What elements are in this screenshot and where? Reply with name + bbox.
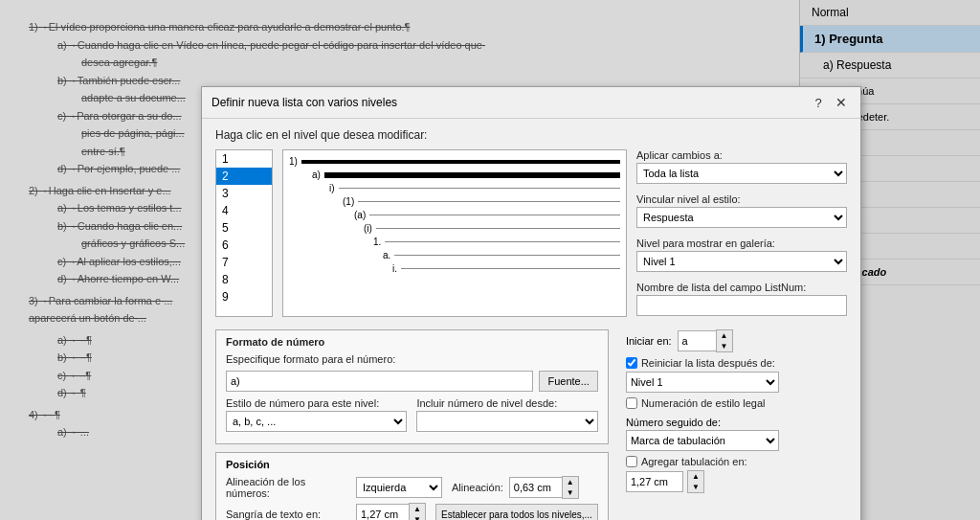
preview-line-4: (1): [343, 196, 620, 207]
preview-line-1: 1): [289, 156, 620, 167]
fuente-button[interactable]: Fuente...: [539, 371, 597, 392]
sangria-input[interactable]: [356, 504, 409, 520]
format-input-row: Fuente...: [226, 371, 598, 392]
reiniciar-checkbox[interactable]: [626, 357, 637, 369]
format-section-title: Formato de número: [226, 336, 598, 348]
alineacion-select[interactable]: Izquierda Centrado Derecha: [356, 477, 442, 498]
agregar-tab-checkbox[interactable]: [626, 456, 637, 467]
sangria-label: Sangría de texto en:: [226, 509, 350, 520]
reiniciar-checkbox-row: Reiniciar la lista después de:: [626, 357, 847, 369]
inner-right: Iniciar en: ▲ ▼ Reiniciar la lista despu…: [616, 329, 847, 520]
modal-close-button[interactable]: ✕: [832, 93, 851, 112]
sangria-spin-up[interactable]: ▲: [410, 504, 425, 514]
modal-titlebar: Definir nueva lista con varios niveles ?…: [202, 87, 860, 119]
modal-subtitle: Haga clic en el nivel que desea modifica…: [215, 128, 847, 142]
iniciar-label: Iniciar en:: [626, 335, 672, 347]
preview-line-5: (a): [354, 210, 620, 220]
establecer-button[interactable]: Establecer para todos los niveles,...: [435, 504, 598, 520]
include-from-select[interactable]: Nivel 1: [416, 411, 597, 432]
level-item-2[interactable]: 2: [216, 168, 272, 185]
agregar-tab-spin: ▲ ▼: [687, 470, 704, 493]
listnum-label: Nombre de lista del campo ListNum:: [636, 282, 847, 293]
agregar-tab-group: Agregar tabulación en: ▲ ▼: [626, 456, 847, 493]
alineacion-row: Alineación de los números: Izquierda Cen…: [226, 476, 598, 499]
listnum-input[interactable]: [636, 295, 847, 316]
link-level-group: Vincular nivel al estilo: Respuesta Sin …: [636, 193, 847, 228]
modal-dialog: Definir nueva lista con varios niveles ?…: [201, 86, 861, 520]
level-list[interactable]: 1 2 3 4 5 6 7 8 9: [215, 149, 273, 317]
agregar-tab-input-row: ▲ ▼: [626, 470, 847, 493]
alineacion-spin-up[interactable]: ▲: [563, 477, 578, 487]
preview-line-7: 1.: [373, 237, 620, 247]
reiniciar-group: Reiniciar la lista después de: Nivel 1 N…: [626, 357, 847, 393]
preview-line-6: (i): [364, 223, 620, 234]
inner-row: Formato de número Especifique formato pa…: [215, 329, 847, 520]
iniciar-spin-btns: ▲ ▼: [716, 329, 733, 352]
number-style-label: Estilo de número para este nivel:: [226, 397, 407, 409]
position-section: Posición Alineación de los números: Izqu…: [215, 452, 609, 520]
inner-left: Formato de número Especifique formato pa…: [215, 329, 609, 520]
iniciar-spin-group: ▲ ▼: [678, 329, 733, 352]
iniciar-spin-down[interactable]: ▼: [717, 341, 732, 351]
alineacion-spin-btns: ▲ ▼: [562, 476, 579, 499]
preview-line-8: a.: [383, 250, 620, 260]
numero-seguido-group: Número seguido de: Marca de tabulación E…: [626, 417, 847, 451]
reiniciar-select[interactable]: Nivel 1 Nivel 2: [626, 372, 779, 393]
agregar-tab-input[interactable]: [626, 471, 683, 492]
agregar-tab-spin-down[interactable]: ▼: [688, 482, 703, 492]
include-from-col: Incluir número de nivel desde: Nivel 1: [416, 397, 597, 432]
apply-changes-select[interactable]: Toda la lista Este punto en adelante: [636, 163, 847, 184]
preview-area: 1) a) i) (1): [282, 149, 627, 317]
include-from-label: Incluir número de nivel desde:: [416, 397, 597, 409]
sangria-row: Sangría de texto en: ▲ ▼ Establecer para…: [226, 503, 598, 520]
alineacion-numbers-label: Alineación de los números:: [226, 476, 350, 499]
preview-line-3: i): [329, 183, 620, 193]
apply-changes-label: Aplicar cambios a:: [636, 149, 847, 161]
iniciar-row: Iniciar en: ▲ ▼: [626, 329, 847, 352]
format-number-input[interactable]: [226, 371, 533, 392]
legal-checkbox[interactable]: [626, 397, 637, 409]
alineacion-input[interactable]: [509, 477, 562, 498]
number-style-select[interactable]: a, b, c, ... 1, 2, 3, ...: [226, 411, 407, 432]
agregar-tab-checkbox-row: Agregar tabulación en:: [626, 456, 847, 467]
level-item-5[interactable]: 5: [216, 219, 272, 237]
reiniciar-label: Reiniciar la lista después de:: [641, 357, 775, 369]
sangria-spin-down[interactable]: ▼: [410, 514, 425, 520]
apply-changes-group: Aplicar cambios a: Toda la lista Este pu…: [636, 149, 847, 184]
format-specify-row: Especifique formato para el número:: [226, 353, 598, 365]
listnum-group: Nombre de lista del campo ListNum:: [636, 282, 847, 316]
gallery-level-label: Nivel para mostrar en galería:: [636, 237, 847, 249]
alineacion-label: Alineación:: [452, 482, 503, 493]
modal-main-row: 1 2 3 4 5 6 7 8 9 1) a): [215, 149, 847, 320]
alineacion-spin: ▲ ▼: [509, 476, 579, 499]
position-title: Posición: [226, 459, 598, 470]
iniciar-spin-up[interactable]: ▲: [717, 330, 732, 341]
modal-help-button[interactable]: ?: [809, 93, 828, 112]
agregar-tab-spin-up[interactable]: ▲: [688, 471, 703, 482]
iniciar-input[interactable]: [678, 330, 716, 351]
numero-seguido-label: Número seguido de:: [626, 417, 847, 428]
level-item-9[interactable]: 9: [216, 288, 272, 305]
format-specify-label: Especifique formato para el número:: [226, 353, 395, 365]
format-section: Formato de número Especifique formato pa…: [215, 329, 609, 444]
level-item-7[interactable]: 7: [216, 254, 272, 271]
modal-body: Haga clic en el nivel que desea modifica…: [202, 119, 860, 520]
number-style-col: Estilo de número para este nivel: a, b, …: [226, 397, 407, 432]
agregar-tab-label: Agregar tabulación en:: [641, 456, 747, 467]
legal-row: Numeración de estilo legal: [626, 397, 847, 409]
level-item-4[interactable]: 4: [216, 202, 272, 219]
sangria-spin-btns: ▲ ▼: [409, 503, 426, 520]
level-item-6[interactable]: 6: [216, 237, 272, 254]
right-options-panel: Aplicar cambios a: Toda la lista Este pu…: [636, 149, 847, 320]
level-item-8[interactable]: 8: [216, 271, 272, 288]
modal-title: Definir nueva lista con varios niveles: [212, 96, 397, 109]
numero-seguido-select[interactable]: Marca de tabulación Espacio Nada: [626, 430, 779, 451]
alineacion-spin-down[interactable]: ▼: [563, 487, 578, 498]
level-item-1[interactable]: 1: [216, 150, 272, 168]
preview-line-2: a): [312, 170, 620, 180]
link-level-select[interactable]: Respuesta Sin estilo Pregunta: [636, 207, 847, 228]
gallery-level-select[interactable]: Nivel 1 Nivel 2: [636, 251, 847, 272]
link-level-label: Vincular nivel al estilo:: [636, 193, 847, 205]
preview-line-9: i.: [392, 263, 620, 274]
level-item-3[interactable]: 3: [216, 185, 272, 202]
